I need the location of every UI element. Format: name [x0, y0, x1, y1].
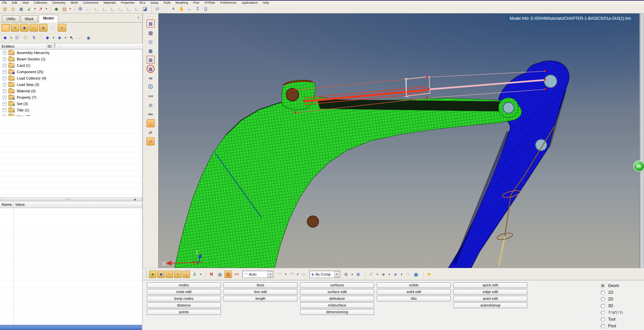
dropdown-arrow-icon[interactable]: ▾	[400, 271, 403, 278]
menu-item[interactable]: Setup	[151, 1, 159, 4]
user-profiles-icon[interactable]: ☻	[53, 5, 60, 12]
collapse-unchecked-icon[interactable]: ☐	[22, 34, 29, 41]
radio-icon[interactable]	[601, 284, 605, 288]
surface-shaded-icon[interactable]: ◠	[276, 271, 283, 278]
rotate-view-icon[interactable]: {}	[202, 5, 209, 12]
geometry-view-disabled-icon[interactable]: ◇	[48, 24, 57, 32]
drag-handle[interactable]: ····	[147, 14, 155, 18]
card-editor-icon[interactable]: ▣	[216, 271, 224, 278]
page-radio[interactable]: Post	[601, 323, 623, 329]
page-radio[interactable]: 3D	[601, 303, 623, 309]
axis-xz-icon[interactable]: ∟	[117, 5, 124, 12]
menu-item[interactable]: Applications	[241, 1, 258, 4]
axis-yx-icon[interactable]: ∟	[101, 5, 108, 12]
menu-item[interactable]: Post	[193, 1, 199, 4]
entities-column-header[interactable]: Entities	[0, 43, 47, 50]
favorites-star-icon[interactable]: ★	[426, 271, 433, 278]
surface-mode-icon[interactable]: ◆	[56, 34, 63, 41]
pan-vertical-icon[interactable]: ⇕	[194, 5, 201, 12]
menu-item[interactable]: Preferences	[220, 1, 237, 4]
tree-item[interactable]: + ◆ Component (25)	[0, 69, 142, 75]
dropdown-arrow-icon[interactable]: ▾	[388, 271, 391, 278]
element-handles-icon[interactable]: ▦	[147, 56, 155, 64]
graphics-area[interactable]: X Z Model Info: E:/00/HM/tutorials/CHAPT…	[159, 13, 639, 268]
split-elements-icon[interactable]: ∷	[404, 271, 411, 278]
dropdown-arrow-icon[interactable]: ▾	[296, 271, 299, 278]
panel-button[interactable]: solid edit	[377, 289, 451, 295]
page-radio[interactable]: Geom	[601, 283, 623, 288]
element-1d-icon[interactable]: ∕	[368, 271, 375, 278]
organize-folder-icon[interactable]: ▨	[61, 5, 68, 12]
panel-button[interactable]: midsurface	[300, 302, 374, 308]
system-collector-icon[interactable]: Y	[191, 271, 198, 278]
pan-icon[interactable]: +	[170, 5, 177, 12]
menu-item[interactable]: Properties	[121, 1, 134, 4]
menu-item[interactable]: BCs	[140, 1, 146, 4]
menu-item[interactable]: Edit	[12, 1, 17, 4]
info-icon[interactable]: ⓘ	[147, 83, 155, 91]
visualization-mode-icon[interactable]: ▱	[147, 137, 155, 145]
tree-item[interactable]: + ∩ Material (3)	[0, 88, 142, 94]
panel-button[interactable]: solids	[377, 282, 451, 288]
menu-item[interactable]: Help	[263, 1, 269, 4]
grab-hand-icon[interactable]: ✋	[178, 5, 185, 12]
cyan-hub-top[interactable]	[544, 75, 557, 88]
expand-icon[interactable]: +	[3, 77, 6, 80]
panel-button[interactable]: length	[224, 296, 297, 301]
include-view-icon[interactable]: ∩	[30, 24, 38, 32]
model-canvas[interactable]: X Z	[159, 13, 639, 268]
menu-item[interactable]: Tools	[163, 1, 170, 4]
component-display-icon[interactable]: ◆	[44, 34, 51, 41]
expand-icon[interactable]: +	[3, 83, 6, 87]
brown-hub-lower[interactable]	[307, 216, 319, 227]
panel-button[interactable]: points	[147, 309, 221, 315]
save-model-icon[interactable]: ▣	[17, 5, 25, 12]
brown-hub-top[interactable]	[286, 88, 299, 101]
panel-button[interactable]: defeature	[300, 296, 374, 301]
shaded-sphere-icon[interactable]: ⊗	[355, 271, 362, 278]
property-collector-icon[interactable]: ◇	[174, 271, 182, 278]
name-column-header[interactable]: Name	[0, 201, 13, 208]
expand-icon[interactable]: +	[3, 51, 6, 55]
load-collector-icon[interactable]: ↓	[183, 271, 190, 278]
panel-button[interactable]: lines	[224, 282, 297, 288]
panel-button[interactable]: line edit	[224, 289, 297, 295]
element-3d-icon[interactable]: ◆	[392, 271, 399, 278]
tree-item[interactable]: + ↓ Load Step (3)	[0, 82, 142, 88]
radio-icon[interactable]	[601, 317, 605, 322]
color-legend-icon[interactable]	[54, 43, 55, 48]
shaded-elements-icon[interactable]: ▩	[147, 47, 155, 55]
panel-button[interactable]: surfaces	[300, 282, 374, 288]
dropdown-arrow-icon[interactable]: ▾	[52, 34, 55, 41]
expand-icon[interactable]: +	[3, 64, 6, 67]
panel-button[interactable]: surface edit	[300, 289, 374, 295]
browser-tab[interactable]: Utility	[2, 15, 20, 22]
id-column-header[interactable]: ID	[47, 43, 53, 50]
renumber-icon[interactable]: 123	[233, 271, 240, 278]
radio-icon[interactable]	[601, 311, 605, 315]
splitter-handle-icon[interactable]: ···	[66, 197, 72, 201]
panel-button[interactable]: point edit	[453, 296, 527, 301]
expand-icon[interactable]: +	[3, 89, 6, 93]
spherical-clip-icon[interactable]: ▦	[147, 19, 155, 28]
note-icon[interactable]: ▭	[76, 34, 84, 41]
menu-item[interactable]: File	[2, 1, 7, 4]
panel-button[interactable]: node edit	[147, 289, 221, 295]
circle-zoom-icon[interactable]: ◌	[162, 5, 169, 12]
tree-item[interactable]: + ◆ Property (7)	[0, 94, 142, 101]
beam-section-view-icon[interactable]: ≡	[58, 24, 66, 32]
menu-item[interactable]: Collectors	[34, 1, 47, 4]
panel-button[interactable]: quick edit	[453, 282, 527, 288]
components-folder-icon[interactable]: ◆	[20, 24, 29, 32]
axis-zx-icon[interactable]: ∟	[109, 5, 116, 12]
radio-icon[interactable]	[601, 290, 605, 295]
radio-icon[interactable]	[601, 297, 605, 301]
tree-item[interactable]: + ■ Set (3)	[0, 101, 142, 107]
axis-xy-icon[interactable]: ∟	[93, 5, 100, 12]
browser-tab[interactable]: Mask	[21, 15, 38, 22]
page-radio[interactable]: 1D	[601, 290, 623, 295]
delete-icon[interactable]: ✕	[208, 271, 215, 278]
page-radio[interactable]: 2D	[601, 296, 623, 302]
current-collector-icon[interactable]	[1, 24, 10, 32]
panel-button[interactable]: nodes	[147, 282, 221, 288]
